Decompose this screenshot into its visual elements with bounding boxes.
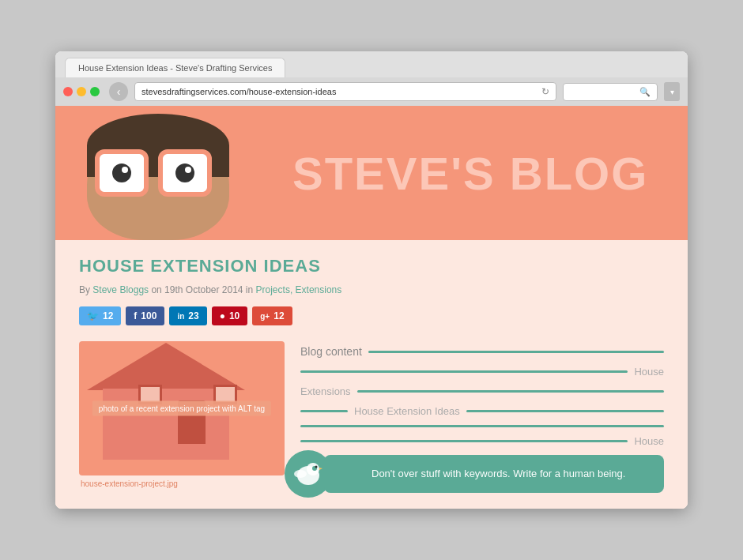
gplus-share-button[interactable]: g+ 12 [252, 306, 292, 325]
glass-left [95, 149, 149, 197]
minimize-button[interactable] [77, 87, 86, 96]
content-row-line-3a [300, 410, 348, 412]
pinterest-share-button[interactable]: ● 10 [212, 306, 248, 325]
content-grid: photo of a recent extension project with… [79, 341, 664, 493]
search-icon: 🔍 [639, 87, 651, 97]
house-body [103, 389, 229, 460]
post-title: HOUSE EXTENSION IDEAS [79, 256, 664, 276]
maximize-button[interactable] [90, 87, 100, 96]
url-bar[interactable]: stevesdraftingservices.com/house-extensi… [134, 82, 556, 101]
content-row-4 [300, 425, 664, 427]
blog-title-area: STEVE'S BLOG [277, 106, 688, 240]
linkedin-icon: in [177, 312, 184, 321]
url-text: stevesdraftingservices.com/house-extensi… [141, 87, 336, 96]
blog-content-right: Blog content House Extensions [300, 341, 664, 493]
page-content: STEVE'S BLOG HOUSE EXTENSION IDEAS By St… [55, 106, 688, 509]
meta-category1[interactable]: Projects, [256, 284, 293, 295]
content-row-1: House [300, 366, 664, 378]
meta-category2[interactable]: Extensions [296, 284, 342, 295]
browser-titlebar: House Extension Ideas - Steve's Drafting… [55, 51, 688, 77]
photo-filename: house-extension-project.jpg [79, 479, 285, 488]
content-row-5: House [300, 435, 664, 447]
browser-controls: ‹ stevesdraftingservices.com/house-exten… [55, 77, 688, 106]
browser-window: House Extension Ideas - Steve's Drafting… [55, 51, 688, 509]
pinterest-icon: ● [220, 310, 225, 321]
pinterest-count: 10 [229, 310, 239, 321]
content-row-label-2: Extensions [300, 385, 351, 397]
blog-character [55, 106, 277, 240]
content-label-row: Blog content [300, 345, 664, 358]
twitter-count: 12 [103, 310, 113, 321]
content-row-label-3: House Extension Ideas [354, 405, 460, 417]
search-bar[interactable]: 🔍 [563, 83, 658, 101]
blog-body: HOUSE EXTENSION IDEAS By Steve Bloggs on… [55, 240, 688, 509]
back-button[interactable]: ‹ [109, 82, 128, 101]
house-roof [87, 343, 245, 390]
glass-inner-left [100, 154, 144, 192]
browser-tab[interactable]: House Extension Ideas - Steve's Drafting… [65, 58, 285, 77]
svg-point-4 [315, 466, 318, 468]
glass-inner-right [163, 154, 207, 192]
gplus-count: 12 [273, 310, 284, 321]
photo-alt-tag: photo of a recent extension project with… [92, 401, 271, 416]
browser-menu-dropdown[interactable]: ▾ [664, 82, 680, 101]
character-glasses [95, 149, 212, 197]
content-line-main [368, 351, 664, 353]
eye-right [175, 163, 194, 182]
blog-title: STEVE'S BLOG [292, 147, 648, 200]
content-row-line-3b [466, 410, 664, 412]
glass-right [158, 149, 212, 197]
linkedin-count: 23 [188, 310, 198, 321]
tip-box-wrapper: Don't over stuff with keywords. Write fo… [300, 455, 664, 493]
bird-svg [292, 458, 324, 490]
twitter-icon: 🐦 [87, 310, 99, 321]
twitter-share-button[interactable]: 🐦 12 [79, 306, 121, 325]
content-row-label-5: House [634, 435, 664, 447]
content-row-line-5 [300, 440, 628, 442]
blog-header: STEVE'S BLOG [55, 106, 688, 240]
browser-tabs-row: House Extension Ideas - Steve's Drafting… [65, 58, 678, 77]
content-row-label-1: House [634, 366, 664, 378]
social-buttons: 🐦 12 f 100 in 23 ● 10 g+ 12 [79, 306, 664, 325]
content-row-3: House Extension Ideas [300, 405, 664, 417]
content-row-line-2 [357, 390, 664, 393]
post-meta: By Steve Bloggs on 19th October 2014 in … [79, 284, 664, 295]
eye-left [112, 163, 131, 182]
refresh-icon[interactable]: ↻ [541, 86, 549, 97]
facebook-share-button[interactable]: f 100 [126, 306, 164, 325]
content-row-2: Extensions [300, 385, 664, 397]
gplus-icon: g+ [260, 312, 270, 321]
content-row-line-4 [300, 425, 664, 427]
meta-author[interactable]: Steve Bloggs [92, 284, 149, 295]
content-label-text: Blog content [300, 345, 362, 358]
tip-box: Don't over stuff with keywords. Write fo… [324, 455, 664, 493]
svg-point-3 [294, 470, 307, 478]
facebook-icon: f [134, 310, 137, 321]
photo-section: photo of a recent extension project with… [79, 341, 285, 493]
tip-text: Don't over stuff with keywords. Write fo… [372, 466, 650, 482]
meta-by: By [79, 284, 90, 295]
facebook-count: 100 [141, 310, 157, 321]
meta-date: on 19th October 2014 in [151, 284, 253, 295]
close-button[interactable] [63, 87, 73, 96]
svg-marker-5 [319, 468, 322, 470]
content-row-line-1 [300, 370, 628, 373]
linkedin-share-button[interactable]: in 23 [169, 306, 206, 325]
photo-container: photo of a recent extension project with… [79, 341, 285, 475]
traffic-lights [63, 87, 100, 96]
